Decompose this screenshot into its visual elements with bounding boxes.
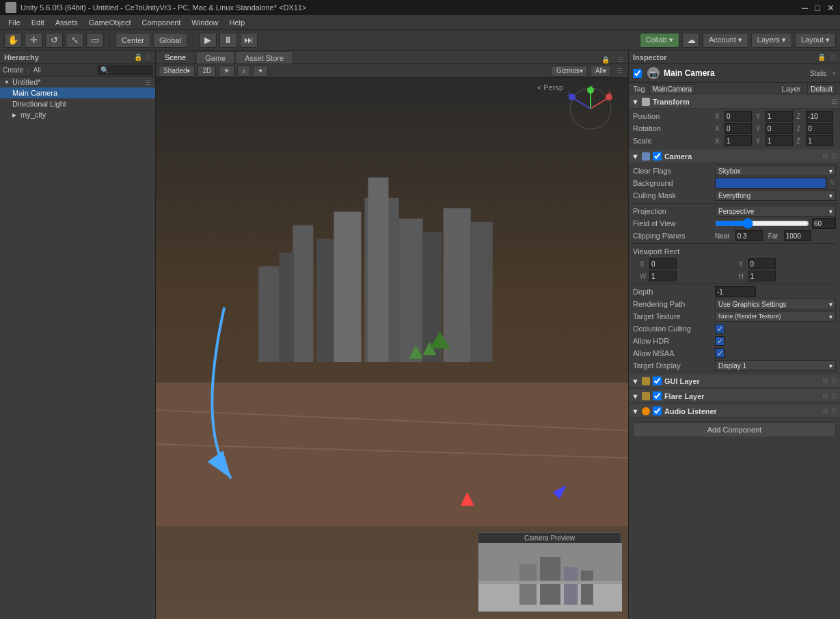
menu-component[interactable]: Component <box>136 17 186 28</box>
transform-header[interactable]: ▼ Transform ☰ <box>629 95 840 109</box>
menu-gameobject[interactable]: GameObject <box>83 17 137 28</box>
pos-y-input[interactable] <box>766 111 793 122</box>
shading-dropdown[interactable]: Shaded ▾ <box>159 66 195 77</box>
gui-layer-checkbox[interactable] <box>653 376 662 385</box>
scl-x-input[interactable] <box>724 135 752 146</box>
scene-viewport[interactable]: < Persp X Y <box>156 78 628 619</box>
rendering-path-dropdown[interactable]: Use Graphics Settings ▾ <box>715 299 836 310</box>
hierarchy-create-btn[interactable]: Create <box>3 66 23 74</box>
all-dropdown[interactable]: All ▾ <box>591 66 611 77</box>
hierarchy-menu-icon[interactable]: ☰ <box>145 53 151 61</box>
gui-settings-icon[interactable]: ⚙ <box>822 377 828 385</box>
inspector-lock-icon[interactable]: 🔒 <box>817 53 826 61</box>
far-input[interactable] <box>784 230 811 241</box>
move-tool[interactable]: ✛ <box>25 33 42 48</box>
close-button[interactable]: ✕ <box>827 3 835 13</box>
tag-value[interactable]: MainCamera <box>649 84 695 94</box>
flare-menu-icon[interactable]: ☰ <box>831 392 837 400</box>
hierarchy-scene-menu[interactable]: ☰ <box>145 79 151 86</box>
pos-x-input[interactable] <box>724 111 752 122</box>
hand-tool[interactable]: ✋ <box>4 33 22 48</box>
tab-assetstore[interactable]: Asset Store <box>236 51 293 64</box>
hierarchy-item-mycity[interactable]: ▶ my_city <box>0 109 155 120</box>
fov-slider[interactable] <box>715 219 809 228</box>
center-button[interactable]: Center <box>116 33 150 48</box>
rot-x-input[interactable] <box>724 123 752 134</box>
hdr-checkbox[interactable]: ✓ <box>715 336 724 346</box>
clear-flags-dropdown[interactable]: Skybox ▾ <box>715 165 836 176</box>
play-button[interactable]: ▶ <box>199 33 217 48</box>
projection-dropdown[interactable]: Perspective ▾ <box>715 206 836 217</box>
flare-layer-checkbox[interactable] <box>653 391 662 400</box>
hierarchy-item-dirlight[interactable]: Directional Light <box>0 98 155 109</box>
gizmos-dropdown[interactable]: Gizmos ▾ <box>552 66 588 77</box>
minimize-button[interactable]: ─ <box>802 3 808 13</box>
target-texture-dropdown[interactable]: None (Render Texture) ▾ <box>715 311 836 322</box>
transform-menu[interactable]: ☰ <box>831 98 837 105</box>
audio-menu-icon[interactable]: ☰ <box>831 407 837 415</box>
camera-menu-icon[interactable]: ☰ <box>831 152 837 160</box>
camera-header[interactable]: ▼ Camera ⚙ ☰ <box>629 150 840 163</box>
object-active-checkbox[interactable] <box>633 69 642 78</box>
layer-value[interactable]: Default <box>807 84 836 94</box>
rect-tool[interactable]: ▭ <box>86 33 104 48</box>
vp-h-input[interactable] <box>748 271 776 281</box>
vp-y-input[interactable] <box>748 258 776 269</box>
object-name[interactable]: Main Camera <box>664 68 715 78</box>
flare-layer-header[interactable]: ▼ Flare Layer ⚙ ☰ <box>629 389 840 403</box>
account-button[interactable]: Account ▾ <box>703 33 748 48</box>
pause-button[interactable]: ⏸ <box>219 33 237 48</box>
background-eyedropper[interactable]: ✎ <box>829 178 836 188</box>
scale-tool[interactable]: ⤡ <box>66 33 83 48</box>
audio-settings-icon[interactable]: ⚙ <box>822 407 828 415</box>
menu-file[interactable]: File <box>3 17 26 28</box>
2d-button[interactable]: 2D <box>198 66 216 77</box>
light-toggle[interactable]: ☀ <box>219 66 234 77</box>
global-button[interactable]: Global <box>153 33 187 48</box>
step-button[interactable]: ⏭ <box>240 33 258 48</box>
gui-layer-header[interactable]: ▼ GUI Layer ⚙ ☰ <box>629 374 840 388</box>
flare-settings-icon[interactable]: ⚙ <box>822 392 828 400</box>
background-color[interactable] <box>715 178 826 189</box>
tab-game[interactable]: Game <box>196 51 234 64</box>
culling-mask-dropdown[interactable]: Everything ▾ <box>715 190 836 201</box>
vp-x-input[interactable] <box>649 258 677 269</box>
effect-toggle[interactable]: ✦ <box>253 66 268 77</box>
hierarchy-item-untitled[interactable]: ▼ Untitled* ☰ <box>0 77 155 87</box>
rot-y-input[interactable] <box>766 123 793 134</box>
msaa-checkbox[interactable]: ✓ <box>715 348 724 358</box>
vp-w-input[interactable] <box>649 271 677 281</box>
audio-listener-header[interactable]: ▼ Audio Listener ⚙ ☰ <box>629 404 840 418</box>
scl-y-input[interactable] <box>766 135 793 146</box>
inspector-menu-icon[interactable]: ☰ <box>830 53 836 61</box>
menu-assets[interactable]: Assets <box>50 17 83 28</box>
camera-enabled-checkbox[interactable] <box>653 152 662 161</box>
viewport-menu[interactable]: ☰ <box>614 67 625 74</box>
scl-z-input[interactable] <box>806 135 833 146</box>
near-input[interactable] <box>735 230 763 241</box>
collab-button[interactable]: Collab ▾ <box>640 33 679 48</box>
audio-toggle[interactable]: ♪ <box>237 66 250 77</box>
static-arrow[interactable]: ▾ <box>832 70 836 77</box>
add-component-button[interactable]: Add Component <box>633 422 836 437</box>
pos-z-input[interactable] <box>806 111 833 122</box>
menu-edit[interactable]: Edit <box>26 17 50 28</box>
maximize-button[interactable]: □ <box>815 3 820 13</box>
rotate-tool[interactable]: ↺ <box>45 33 63 48</box>
hierarchy-item-maincamera[interactable]: Main Camera <box>0 87 155 98</box>
layout-button[interactable]: Layout ▾ <box>795 33 836 48</box>
scene-menu-icon[interactable]: ☰ <box>614 56 628 64</box>
gui-menu-icon[interactable]: ☰ <box>831 377 837 385</box>
hierarchy-search[interactable] <box>98 66 152 75</box>
depth-input[interactable] <box>715 286 756 297</box>
menu-window[interactable]: Window <box>186 17 223 28</box>
camera-settings-icon[interactable]: ⚙ <box>822 152 828 160</box>
audio-listener-checkbox[interactable] <box>653 407 662 415</box>
menu-help[interactable]: Help <box>223 17 250 28</box>
target-display-dropdown[interactable]: Display 1 ▾ <box>715 360 836 371</box>
fov-input[interactable] <box>812 218 836 229</box>
cloud-button[interactable]: ☁ <box>682 33 700 48</box>
scene-lock-icon[interactable]: 🔒 <box>597 56 614 64</box>
occlusion-checkbox[interactable]: ✓ <box>715 324 724 333</box>
rot-z-input[interactable] <box>806 123 833 134</box>
